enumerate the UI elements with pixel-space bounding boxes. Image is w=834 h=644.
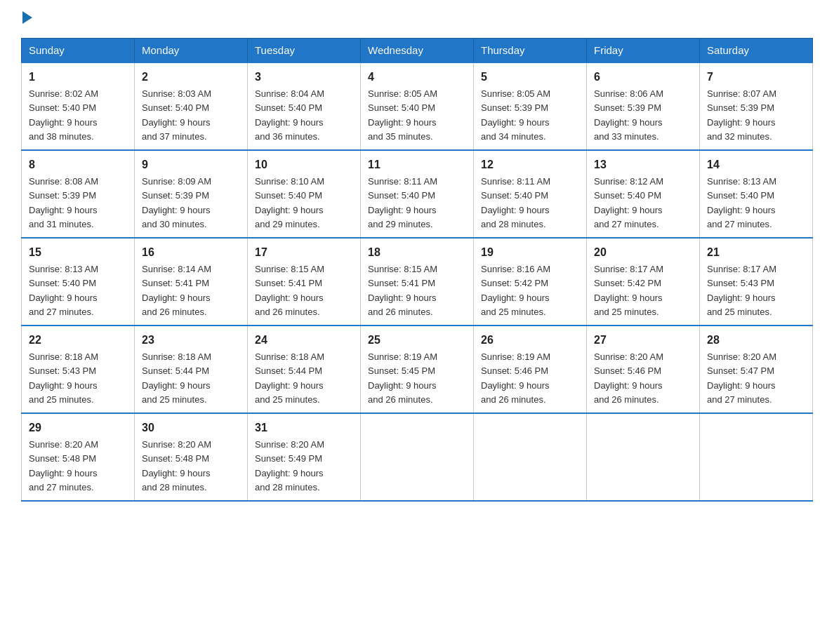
calendar-week-row: 29Sunrise: 8:20 AMSunset: 5:48 PMDayligh… [22,413,813,501]
day-info: Sunrise: 8:15 AMSunset: 5:41 PMDaylight:… [255,264,324,317]
calendar-cell: 31Sunrise: 8:20 AMSunset: 5:49 PMDayligh… [248,413,361,501]
calendar-week-row: 22Sunrise: 8:18 AMSunset: 5:43 PMDayligh… [22,326,813,413]
col-header-friday: Friday [587,39,700,63]
day-info: Sunrise: 8:02 AMSunset: 5:40 PMDaylight:… [29,88,98,142]
day-info: Sunrise: 8:19 AMSunset: 5:45 PMDaylight:… [368,351,437,405]
calendar-cell: 27Sunrise: 8:20 AMSunset: 5:46 PMDayligh… [587,326,700,413]
col-header-wednesday: Wednesday [361,39,474,63]
day-info: Sunrise: 8:04 AMSunset: 5:40 PMDaylight:… [255,88,324,142]
calendar-cell: 22Sunrise: 8:18 AMSunset: 5:43 PMDayligh… [22,326,135,413]
calendar-cell: 14Sunrise: 8:13 AMSunset: 5:40 PMDayligh… [700,150,813,238]
day-number: 5 [481,69,579,86]
day-info: Sunrise: 8:06 AMSunset: 5:39 PMDaylight:… [594,88,663,142]
day-number: 17 [255,244,353,261]
calendar-cell: 25Sunrise: 8:19 AMSunset: 5:45 PMDayligh… [361,326,474,413]
day-info: Sunrise: 8:17 AMSunset: 5:42 PMDaylight:… [594,264,663,317]
calendar-cell [700,413,813,501]
col-header-tuesday: Tuesday [248,39,361,63]
calendar-cell: 7Sunrise: 8:07 AMSunset: 5:39 PMDaylight… [700,62,813,150]
calendar-cell: 10Sunrise: 8:10 AMSunset: 5:40 PMDayligh… [248,150,361,238]
calendar-cell: 20Sunrise: 8:17 AMSunset: 5:42 PMDayligh… [587,238,700,326]
day-number: 11 [368,156,466,173]
day-number: 9 [142,156,240,173]
day-number: 13 [594,156,692,173]
day-number: 8 [29,156,127,173]
day-info: Sunrise: 8:18 AMSunset: 5:44 PMDaylight:… [255,351,324,405]
calendar-table: SundayMondayTuesdayWednesdayThursdayFrid… [21,38,813,502]
calendar-cell: 29Sunrise: 8:20 AMSunset: 5:48 PMDayligh… [22,413,135,501]
day-info: Sunrise: 8:07 AMSunset: 5:39 PMDaylight:… [707,88,776,142]
day-info: Sunrise: 8:09 AMSunset: 5:39 PMDaylight:… [142,176,211,229]
calendar-cell: 2Sunrise: 8:03 AMSunset: 5:40 PMDaylight… [135,62,248,150]
calendar-cell: 8Sunrise: 8:08 AMSunset: 5:39 PMDaylight… [22,150,135,238]
day-info: Sunrise: 8:13 AMSunset: 5:40 PMDaylight:… [707,176,776,229]
col-header-saturday: Saturday [700,39,813,63]
calendar-cell: 1Sunrise: 8:02 AMSunset: 5:40 PMDaylight… [22,62,135,150]
calendar-cell [361,413,474,501]
day-info: Sunrise: 8:12 AMSunset: 5:40 PMDaylight:… [594,176,663,229]
day-info: Sunrise: 8:20 AMSunset: 5:48 PMDaylight:… [142,439,211,492]
day-number: 24 [255,332,353,349]
day-info: Sunrise: 8:13 AMSunset: 5:40 PMDaylight:… [29,264,98,317]
day-info: Sunrise: 8:18 AMSunset: 5:43 PMDaylight:… [29,351,98,405]
day-number: 21 [707,244,805,261]
day-number: 1 [29,69,127,86]
day-number: 6 [594,69,692,86]
day-number: 14 [707,156,805,173]
day-info: Sunrise: 8:18 AMSunset: 5:44 PMDaylight:… [142,351,211,405]
calendar-week-row: 8Sunrise: 8:08 AMSunset: 5:39 PMDaylight… [22,150,813,238]
calendar-cell: 19Sunrise: 8:16 AMSunset: 5:42 PMDayligh… [474,238,587,326]
day-info: Sunrise: 8:03 AMSunset: 5:40 PMDaylight:… [142,88,211,142]
calendar-cell [474,413,587,501]
calendar-header-row: SundayMondayTuesdayWednesdayThursdayFrid… [22,39,813,63]
day-number: 30 [142,420,240,436]
day-number: 15 [29,244,127,261]
calendar-cell [587,413,700,501]
calendar-cell: 6Sunrise: 8:06 AMSunset: 5:39 PMDaylight… [587,62,700,150]
day-info: Sunrise: 8:11 AMSunset: 5:40 PMDaylight:… [481,176,550,229]
day-info: Sunrise: 8:20 AMSunset: 5:48 PMDaylight:… [29,439,98,492]
day-info: Sunrise: 8:08 AMSunset: 5:39 PMDaylight:… [29,176,98,229]
col-header-sunday: Sunday [22,39,135,63]
day-number: 22 [29,332,127,349]
day-number: 23 [142,332,240,349]
logo [21,14,32,25]
day-number: 10 [255,156,353,173]
calendar-cell: 16Sunrise: 8:14 AMSunset: 5:41 PMDayligh… [135,238,248,326]
calendar-week-row: 15Sunrise: 8:13 AMSunset: 5:40 PMDayligh… [22,238,813,326]
calendar-week-row: 1Sunrise: 8:02 AMSunset: 5:40 PMDaylight… [22,62,813,150]
day-number: 20 [594,244,692,261]
day-number: 2 [142,69,240,86]
calendar-cell: 17Sunrise: 8:15 AMSunset: 5:41 PMDayligh… [248,238,361,326]
calendar-cell: 26Sunrise: 8:19 AMSunset: 5:46 PMDayligh… [474,326,587,413]
calendar-cell: 12Sunrise: 8:11 AMSunset: 5:40 PMDayligh… [474,150,587,238]
day-number: 18 [368,244,466,261]
day-info: Sunrise: 8:05 AMSunset: 5:40 PMDaylight:… [368,88,437,142]
day-info: Sunrise: 8:17 AMSunset: 5:43 PMDaylight:… [707,264,776,317]
day-info: Sunrise: 8:14 AMSunset: 5:41 PMDaylight:… [142,264,211,317]
day-info: Sunrise: 8:11 AMSunset: 5:40 PMDaylight:… [368,176,437,229]
calendar-cell: 24Sunrise: 8:18 AMSunset: 5:44 PMDayligh… [248,326,361,413]
col-header-thursday: Thursday [474,39,587,63]
day-number: 16 [142,244,240,261]
day-info: Sunrise: 8:10 AMSunset: 5:40 PMDaylight:… [255,176,324,229]
day-info: Sunrise: 8:05 AMSunset: 5:39 PMDaylight:… [481,88,550,142]
calendar-cell: 30Sunrise: 8:20 AMSunset: 5:48 PMDayligh… [135,413,248,501]
day-number: 27 [594,332,692,349]
calendar-cell: 13Sunrise: 8:12 AMSunset: 5:40 PMDayligh… [587,150,700,238]
day-number: 4 [368,69,466,86]
day-number: 28 [707,332,805,349]
day-number: 29 [29,420,127,436]
day-number: 3 [255,69,353,86]
page-header [21,14,813,25]
day-number: 31 [255,420,353,436]
day-info: Sunrise: 8:20 AMSunset: 5:47 PMDaylight:… [707,351,776,405]
day-info: Sunrise: 8:20 AMSunset: 5:46 PMDaylight:… [594,351,663,405]
calendar-cell: 21Sunrise: 8:17 AMSunset: 5:43 PMDayligh… [700,238,813,326]
day-info: Sunrise: 8:16 AMSunset: 5:42 PMDaylight:… [481,264,550,317]
day-number: 19 [481,244,579,261]
calendar-cell: 9Sunrise: 8:09 AMSunset: 5:39 PMDaylight… [135,150,248,238]
day-info: Sunrise: 8:20 AMSunset: 5:49 PMDaylight:… [255,439,324,492]
calendar-cell: 18Sunrise: 8:15 AMSunset: 5:41 PMDayligh… [361,238,474,326]
day-info: Sunrise: 8:19 AMSunset: 5:46 PMDaylight:… [481,351,550,405]
